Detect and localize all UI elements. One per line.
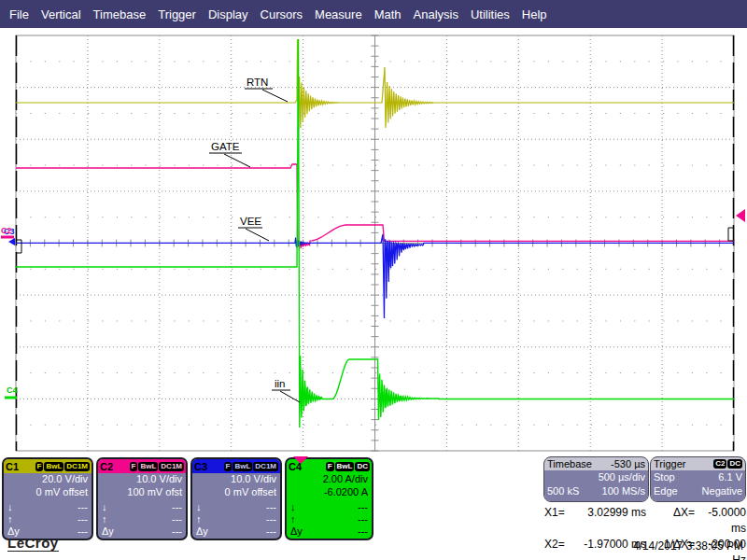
menu-item-measure[interactable]: Measure	[315, 7, 362, 21]
badge-f: F	[130, 462, 138, 471]
badge-dc: DC	[355, 462, 370, 471]
x1-label: X1=	[544, 505, 575, 537]
trigger-mode: Stop	[654, 470, 675, 484]
badge-dc1m: DC1M	[253, 462, 278, 471]
c4-level-bar	[5, 397, 17, 399]
channel-scale: 20.0 V/div	[4, 473, 92, 486]
trace-label-gate: GATE	[211, 141, 240, 152]
measure-row: ↓---	[192, 501, 280, 513]
trigger-title: Trigger	[654, 458, 685, 469]
timebase-scale: 500 µs/div	[599, 470, 645, 484]
channel-scale: 10.0 V/div	[192, 473, 280, 486]
channel-scale: 10.0 V/div	[98, 473, 186, 486]
channel-box-c1[interactable]: C1FBwLDC1M20.0 V/div0 mV offset↓---↑---Δ…	[2, 457, 93, 540]
trace-label-iin: iin	[275, 378, 286, 389]
cursor-hook-left	[16, 240, 21, 253]
trigger-panel[interactable]: Trigger C2 DC Stop 6.1 V Edge Negative	[651, 457, 745, 501]
x2-label: X2=	[544, 537, 575, 560]
badge-bwl: BwL	[44, 462, 63, 471]
menu-item-cursors[interactable]: Cursors	[261, 7, 303, 21]
trace-c1-rtn	[16, 39, 734, 136]
trigger-level: 6.1 V	[718, 470, 742, 484]
menu-item-utilities[interactable]: Utilities	[471, 7, 510, 21]
timebase-samples: 500 kS	[547, 484, 579, 498]
channel-marker-c4: C4	[7, 385, 18, 395]
measure-row: ↓---	[98, 501, 186, 513]
badge-bwl: BwL	[138, 462, 158, 471]
trace-c4-iin	[16, 39, 734, 427]
channel-offset: 0 mV offset	[192, 486, 280, 499]
measure-row: ↓---	[287, 501, 372, 513]
menu-bar: FileVerticalTimebaseTriggerDisplayCursor…	[0, 0, 747, 28]
channel-marker-c2: C2	[1, 226, 12, 235]
channel-id-c2: C2	[100, 461, 113, 472]
badge-f: F	[224, 462, 233, 471]
trigger-slope: Negative	[702, 484, 742, 498]
trace-c2-gate	[16, 164, 734, 248]
timebase-title: Timebase	[547, 458, 592, 469]
measure-row: Δy---	[192, 525, 280, 538]
measure-row: Δy---	[98, 525, 186, 538]
channel-box-c4[interactable]: C4FBwLDC2.00 A/div-6.0200 A↓---↑---Δy---	[285, 457, 374, 540]
badge-dc1m: DC1M	[159, 462, 184, 471]
trace-c3-vee	[16, 234, 734, 318]
waveform-display: C3C2C4RTNGATEVEEiin	[0, 28, 747, 467]
c3-level-arrow	[8, 238, 15, 245]
measure-row: ↑---	[98, 513, 186, 525]
dx-label: ΔX=	[654, 505, 695, 537]
x1-value: 3.02999 ms	[575, 505, 646, 537]
channel-marker-c3: C3	[4, 227, 15, 236]
trace-label-rtn: RTN	[247, 77, 268, 88]
datetime-display: 4/14/2017 3:38:05 PM	[633, 539, 743, 553]
channel-id-c1: C1	[6, 461, 19, 472]
timebase-delay: -530 µs	[611, 458, 645, 469]
badge-f: F	[326, 462, 334, 471]
lecroy-logo: LeCroy	[7, 535, 59, 552]
trigger-type: Edge	[654, 484, 678, 498]
timebase-rate: 100 MS/s	[602, 484, 645, 498]
trigger-level-marker[interactable]	[736, 209, 745, 222]
cursor-hook-right	[728, 228, 734, 241]
channel-box-c3[interactable]: C3FBwLDC1M10.0 V/div0 mV offset↓---↑---Δ…	[190, 457, 282, 540]
badge-bwl: BwL	[233, 462, 252, 471]
oscilloscope-screen: { "menu": { "items": ["File","Vertical",…	[0, 0, 747, 560]
measure-row: ↑---	[192, 513, 280, 525]
dx-value: -5.0000 ms	[695, 505, 746, 537]
menu-item-file[interactable]: File	[9, 7, 29, 21]
trigger-source-badge: C2	[713, 459, 726, 469]
measure-row: ↑---	[287, 513, 372, 525]
trigger-coupling-badge: DC	[727, 459, 742, 469]
menu-item-timebase[interactable]: Timebase	[93, 7, 147, 21]
menu-item-trigger[interactable]: Trigger	[158, 7, 196, 21]
measure-row: ↓---	[4, 501, 92, 513]
channel-scale: 2.00 A/div	[287, 473, 372, 486]
channel-id-c3: C3	[194, 461, 207, 472]
timebase-panel[interactable]: Timebase -530 µs 500 µs/div 500 kS 100 M…	[544, 457, 648, 501]
badge-dc1m: DC1M	[64, 462, 90, 471]
measure-row: Δy---	[287, 525, 372, 538]
menu-item-math[interactable]: Math	[374, 7, 402, 21]
channel-offset: 0 mV offset	[4, 486, 92, 499]
badge-f: F	[35, 462, 44, 471]
menu-item-vertical[interactable]: Vertical	[41, 7, 81, 21]
menu-item-display[interactable]: Display	[208, 7, 248, 21]
menu-item-analysis[interactable]: Analysis	[414, 7, 458, 21]
measure-row: ↑---	[4, 513, 92, 525]
menu-item-help[interactable]: Help	[522, 7, 547, 21]
badge-bwl: BwL	[335, 462, 355, 471]
channel-box-c2[interactable]: C2FBwLDC1M10.0 V/div100 mV ofst↓---↑---Δ…	[96, 457, 188, 540]
channel-offset: -6.0200 A	[287, 486, 372, 499]
trace-label-vee: VEE	[240, 216, 261, 227]
channel-offset: 100 mV ofst	[98, 486, 186, 499]
channel-id-c4: C4	[289, 461, 302, 472]
c2-level-bar	[1, 236, 14, 239]
